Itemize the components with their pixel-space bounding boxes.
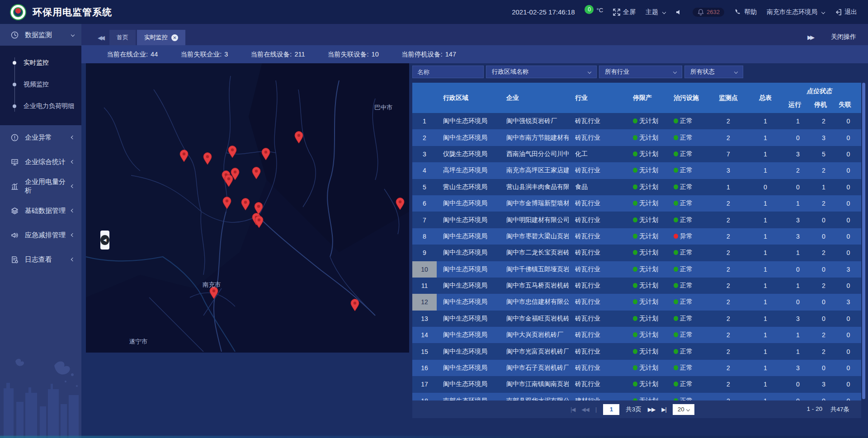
temperature-badge: 0 <box>585 5 594 14</box>
tabs-scroll-right-icon[interactable]: ▶▶ <box>807 34 813 41</box>
table-row[interactable]: 3 仪陇生态环境局 西南油气田分公司川中 化工 无计划 正常 7 1 3 5 0 <box>412 146 861 162</box>
next-page-icon[interactable]: ▶▶ <box>648 406 655 413</box>
sidebar-group-base-data[interactable]: 基础数据管理 <box>0 198 81 223</box>
row-lost-count: 3 <box>835 298 861 306</box>
row-industry: 砖瓦行业 <box>569 348 627 356</box>
table-header: 行政区域 企业 行业 停限产 治污设施 监测点 总表 点位状态 运行 停机 失联 <box>412 83 861 113</box>
sidebar-group-emergency-reduction[interactable]: 应急减排管理 <box>0 223 81 247</box>
row-facility-status: 正常 <box>667 117 710 125</box>
row-stop-count: 5 <box>812 151 835 158</box>
notification-badge[interactable]: 2632 <box>693 8 724 17</box>
sidebar-item-power-load-detail[interactable]: 企业电力负荷明细 <box>0 95 81 117</box>
sidebar: 数据监测 实时监控 视频监控 企业电力负荷明细 企业异常 企 <box>0 24 81 438</box>
row-run-count: 3 <box>784 151 812 158</box>
tabs-scroll-left-icon[interactable]: ◀◀ <box>81 34 109 45</box>
status-dot-icon <box>633 332 637 337</box>
speaker-mute-icon[interactable] <box>675 9 683 16</box>
table-row[interactable]: 7 阆中生态环境局 阆中明阳建材有限公司 砖瓦行业 无计划 正常 2 1 3 0… <box>412 212 861 228</box>
status-dot-icon <box>674 250 678 255</box>
map-collapse-handle[interactable]: ◀ <box>100 231 109 250</box>
status-dot-icon <box>674 118 678 123</box>
row-total-meter: 1 <box>747 298 784 306</box>
row-lost-count: 0 <box>835 315 861 322</box>
chevron-left-icon <box>71 184 75 188</box>
row-industry: 化工 <box>569 150 627 158</box>
row-region: 阆中生态环境局 <box>437 199 500 207</box>
row-industry: 砖瓦行业 <box>569 298 627 306</box>
status-dot-icon <box>633 234 637 239</box>
close-operations-button[interactable]: 关闭操作 <box>831 33 856 41</box>
row-total-meter: 1 <box>747 151 784 158</box>
row-index: 1 <box>412 113 437 129</box>
table-row[interactable]: 18 南部生态环境局 南部县双华水泥有限公 建材行业 无计划 正常 2 1 0 … <box>412 393 861 400</box>
total-pages-label: 共3页 <box>626 405 642 414</box>
table-scrollbar[interactable] <box>862 83 865 399</box>
status-dot-icon <box>633 381 637 386</box>
table-row[interactable]: 15 阆中生态环境局 阆中市光富页岩机砖厂 砖瓦行业 无计划 正常 2 1 1 … <box>412 343 861 359</box>
region-select[interactable]: 行政区域名称 <box>486 66 597 78</box>
table-row[interactable]: 2 阆中生态环境局 阆中市南方节能建材有 砖瓦行业 无计划 正常 2 1 0 3… <box>412 129 861 146</box>
tab-home[interactable]: 首页 <box>109 30 136 45</box>
row-limit-status: 无计划 <box>627 265 667 273</box>
row-total-meter: 1 <box>747 249 784 256</box>
row-facility-status: 正常 <box>667 282 710 290</box>
row-region: 阆中生态环境局 <box>437 249 500 257</box>
status-dot-icon <box>633 316 637 321</box>
prev-page-icon[interactable]: ◀◀ <box>581 406 589 413</box>
org-dropdown[interactable]: 南充市生态环境局 <box>767 8 825 16</box>
row-stop-count: 1 <box>812 184 835 191</box>
sidebar-group-enterprise-statistics[interactable]: 企业综合统计 <box>0 150 81 174</box>
row-index: 4 <box>412 162 437 179</box>
table-row[interactable]: 12 阆中生态环境局 阆中市忠信建材有限公 砖瓦行业 无计划 正常 2 1 0 … <box>412 294 861 310</box>
bar-chart-icon <box>11 183 19 190</box>
page-number-input[interactable] <box>603 404 619 415</box>
tab-realtime-monitoring[interactable]: 实时监控 ✕ <box>137 30 185 45</box>
first-page-icon[interactable]: |◀ <box>571 406 575 413</box>
table-row[interactable]: 8 阆中生态环境局 阆中市枣碧大梁山页岩 砖瓦行业 无计划 异常 2 1 3 0… <box>412 228 861 245</box>
table-row[interactable]: 13 阆中生态环境局 阆中市金福旺页岩机砖 砖瓦行业 无计划 正常 2 1 3 … <box>412 311 861 327</box>
status-select[interactable]: 所有状态 <box>684 66 743 78</box>
sidebar-group-data-monitoring[interactable]: 数据监测 <box>0 24 81 46</box>
chevron-down-icon <box>71 33 75 37</box>
row-stop-count: 2 <box>812 167 835 174</box>
row-stop-count: 2 <box>812 348 835 355</box>
row-lost-count: 0 <box>835 397 861 400</box>
page-size-select[interactable]: 20 <box>673 404 694 415</box>
table-row[interactable]: 14 阆中生态环境局 阆中大兴页岩机砖厂 砖瓦行业 无计划 正常 2 1 1 2… <box>412 327 861 343</box>
name-search-input[interactable] <box>412 66 484 78</box>
logout-button[interactable]: 退出 <box>835 8 857 16</box>
theme-dropdown[interactable]: 主题 <box>646 8 665 16</box>
table-row[interactable]: 10 阆中生态环境局 阆中千佛镇五郎垭页岩 砖瓦行业 无计划 正常 2 1 0 … <box>412 261 861 278</box>
table-row[interactable]: 16 阆中生态环境局 阆中市石子页岩机砖厂 砖瓦行业 无计划 正常 2 1 3 … <box>412 360 861 376</box>
last-page-icon[interactable]: ▶| <box>661 406 666 413</box>
bullet-dot-icon <box>13 104 16 108</box>
row-industry: 砖瓦行业 <box>569 380 627 388</box>
row-total-meter: 1 <box>747 364 784 372</box>
row-limit-status: 无计划 <box>627 134 667 142</box>
row-run-count: 2 <box>784 167 812 174</box>
table-row[interactable]: 5 营山生态环境局 营山县润丰肉食品有限 食品 无计划 正常 1 0 0 1 0 <box>412 179 861 195</box>
row-lost-count: 0 <box>835 217 861 224</box>
sidebar-item-realtime-monitoring[interactable]: 实时监控 <box>0 52 81 74</box>
table-row[interactable]: 1 阆中生态环境局 阆中强锐页岩砖厂 砖瓦行业 无计划 正常 2 1 1 2 0 <box>412 113 861 129</box>
row-index: 16 <box>412 360 437 376</box>
map-panel[interactable]: 巴中市南充市遂宁市 ◀ <box>86 62 409 353</box>
industry-select[interactable]: 所有行业 <box>599 66 682 78</box>
sidebar-group-log-view[interactable]: 日志查看 <box>0 247 81 272</box>
table-row[interactable]: 4 高坪生态环境局 南充市高坪区王家店建 砖瓦行业 无计划 正常 3 1 2 2… <box>412 162 861 179</box>
table-row[interactable]: 6 阆中生态环境局 阆中市金博瑞新型墙材 砖瓦行业 无计划 正常 2 1 1 2… <box>412 195 861 212</box>
chevron-left-icon <box>71 258 75 261</box>
sidebar-group-enterprise-anomaly[interactable]: 企业异常 <box>0 125 81 150</box>
table-row[interactable]: 9 阆中生态环境局 阆中市二龙长宝页岩砖 砖瓦行业 无计划 正常 2 1 1 2… <box>412 245 861 261</box>
status-dot-icon <box>633 168 637 173</box>
tab-close-icon[interactable]: ✕ <box>171 34 178 41</box>
total-items-label: 共47条 <box>830 405 849 414</box>
help-button[interactable]: 帮助 <box>734 8 757 16</box>
sidebar-group-electricity-analysis[interactable]: 企业用电量分析 <box>0 174 81 198</box>
fullscreen-button[interactable]: 全屏 <box>613 8 636 16</box>
table-row[interactable]: 11 阆中生态环境局 阆中市五马桥页岩机砖 砖瓦行业 无计划 正常 2 1 1 … <box>412 278 861 294</box>
row-run-count: 1 <box>784 331 812 339</box>
sidebar-item-video-monitoring[interactable]: 视频监控 <box>0 74 81 95</box>
row-company: 阆中明阳建材有限公司 <box>500 216 569 224</box>
table-row[interactable]: 17 阆中生态环境局 阆中市江南镇阆南页岩 砖瓦行业 无计划 正常 2 1 0 … <box>412 376 861 392</box>
